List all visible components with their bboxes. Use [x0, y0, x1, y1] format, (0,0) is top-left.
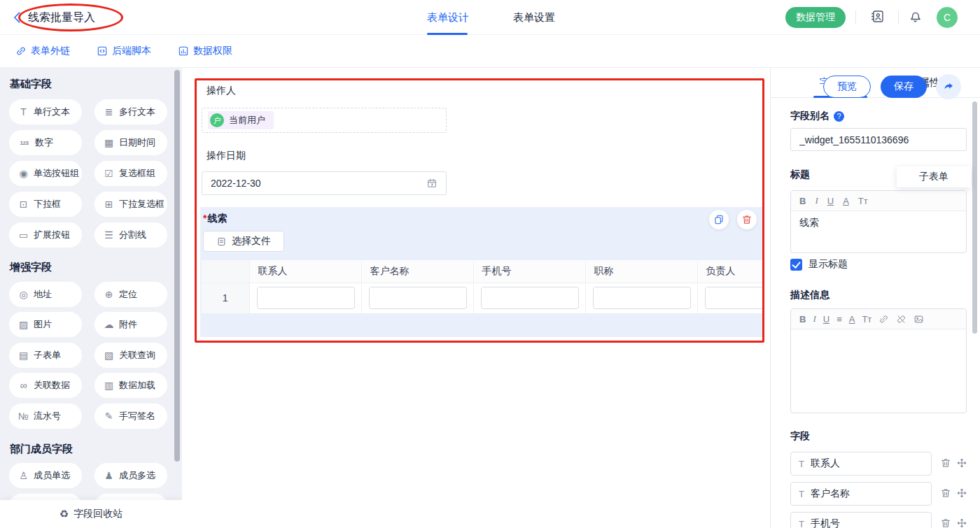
underline-button[interactable]: U — [827, 196, 834, 206]
sidebar-item-label: 多行文本 — [119, 106, 155, 118]
user-avatar[interactable]: C — [937, 7, 958, 28]
external-link-button[interactable]: 表单外链 — [15, 45, 70, 57]
cell-input-owner[interactable] — [705, 287, 764, 309]
sidebar-item-divider[interactable]: ☰分割线 — [94, 222, 167, 248]
underline-button[interactable]: U — [823, 314, 830, 324]
section-member-fields: 部门成员字段 — [10, 443, 73, 456]
external-link-label: 表单外链 — [31, 45, 70, 57]
date-field-input[interactable]: 2022-12-30 — [202, 171, 447, 195]
alias-label: 字段别名 — [790, 110, 830, 122]
sidebar-item-member-multi[interactable]: ♟成员多选 — [94, 463, 167, 488]
cell-input-jobtitle[interactable] — [593, 287, 691, 309]
person-icon: ♙ — [18, 470, 29, 481]
font-color-button[interactable]: A — [843, 196, 849, 206]
sidebar-item-signature[interactable]: ✎手写签名 — [94, 404, 167, 429]
sidebar-item-label: 附件 — [119, 318, 137, 331]
backend-script-button[interactable]: 后端脚本 — [97, 45, 151, 57]
button-icon: ▭ — [18, 229, 29, 241]
text-type-icon: T — [799, 519, 804, 528]
panel-scrollbar[interactable] — [972, 101, 977, 334]
delete-field-icon[interactable] — [940, 518, 951, 528]
title-editor-content[interactable]: 线索 — [791, 211, 966, 252]
share-button[interactable] — [936, 74, 961, 99]
font-color-button[interactable]: A — [849, 314, 855, 324]
sidebar-item-checkbox-group[interactable]: ☑复选框组 — [94, 161, 167, 186]
font-size-button[interactable]: Tт — [858, 196, 868, 206]
subform-widget-selected[interactable]: *线索 选择文件 联系人 客户名称 手机号 职称 负责人 1 — [200, 207, 764, 337]
align-button[interactable]: ≡ — [836, 314, 842, 324]
cell-input-contact[interactable] — [257, 287, 355, 309]
column-header: 职称 — [585, 260, 697, 283]
sidebar-item-address[interactable]: ◎地址 — [9, 282, 82, 307]
addressbook-icon[interactable] — [870, 9, 885, 24]
date-field-label: 操作日期 — [206, 150, 246, 162]
operator-field-input[interactable]: 户 当前用户 — [202, 108, 447, 133]
column-header: 客户名称 — [361, 260, 473, 283]
insert-link-icon[interactable] — [878, 314, 889, 324]
notification-bell-icon[interactable] — [908, 9, 923, 24]
sidebar-item-radio-group[interactable]: ◉单选按钮组 — [9, 161, 82, 186]
sidebar-item-member-single[interactable]: ♙成员单选 — [9, 463, 82, 488]
sidebar-item-extend-button[interactable]: ▭扩展按钮 — [9, 222, 82, 248]
widget-type-badge[interactable]: 子表单 — [897, 166, 971, 187]
sidebar-item-label: 日期时间 — [119, 136, 155, 149]
move-field-icon[interactable] — [956, 518, 967, 528]
calendar-icon[interactable] — [426, 178, 438, 189]
sidebar-item-single-line-text[interactable]: T单行文本 — [9, 99, 82, 124]
preview-button[interactable]: 预览 — [823, 76, 871, 98]
field-item-phone[interactable]: T 手机号 — [790, 512, 932, 528]
delete-field-icon[interactable] — [940, 487, 951, 499]
title-editor: B I U A Tт 线索 — [790, 190, 967, 253]
move-field-icon[interactable] — [956, 487, 967, 499]
move-field-icon[interactable] — [956, 457, 967, 469]
sidebar-scrollbar[interactable] — [174, 70, 180, 462]
form-canvas[interactable]: 操作人 户 当前用户 操作日期 2022-12-30 *线索 选择文件 联系人 … — [182, 68, 770, 528]
recycle-icon: ♻ — [59, 508, 69, 520]
sidebar-item-datetime[interactable]: ▦日期时间 — [94, 130, 167, 155]
choose-file-button[interactable]: 选择文件 — [203, 231, 284, 252]
field-item-contact[interactable]: T 联系人 — [790, 452, 932, 476]
italic-button[interactable]: I — [813, 313, 816, 324]
alias-input[interactable] — [790, 128, 967, 151]
duplicate-widget-button[interactable] — [709, 210, 729, 229]
sidebar-item-multi-line-text[interactable]: ≣多行文本 — [94, 99, 167, 124]
delete-field-icon[interactable] — [940, 457, 951, 469]
sidebar-item-image[interactable]: ▨图片 — [9, 312, 82, 337]
show-title-checkbox[interactable] — [790, 259, 802, 271]
cell-input-phone[interactable] — [481, 287, 579, 309]
sidebar-item-location[interactable]: ⊕定位 — [94, 282, 167, 307]
description-editor-content[interactable] — [791, 329, 966, 413]
sidebar-item-number[interactable]: 123数字 — [9, 130, 82, 155]
sidebar-item-related-query[interactable]: ▧关联查询 — [94, 343, 167, 368]
column-header: 手机号 — [473, 260, 585, 283]
fields-list-label: 字段 — [790, 430, 810, 443]
sidebar-item-related-data[interactable]: ∞关联数据 — [9, 373, 82, 398]
sidebar-item-data-load[interactable]: ▥数据加载 — [94, 373, 167, 398]
remove-link-icon[interactable] — [896, 314, 906, 324]
save-button[interactable]: 保存 — [881, 76, 927, 98]
bold-button[interactable]: B — [799, 196, 806, 206]
cloud-upload-icon: ☁ — [104, 319, 114, 330]
font-size-button[interactable]: Tт — [862, 314, 872, 324]
data-permission-button[interactable]: 数据权限 — [178, 45, 232, 57]
help-icon[interactable]: ? — [834, 111, 844, 122]
sidebar-item-serial-number[interactable]: №流水号 — [9, 404, 82, 429]
index-header — [202, 260, 249, 283]
back-icon[interactable] — [10, 10, 25, 25]
current-user-tag[interactable]: 户 当前用户 — [208, 111, 274, 129]
delete-widget-button[interactable] — [737, 210, 757, 229]
sidebar-item-dropdown-multi[interactable]: ⊞下拉复选框 — [94, 192, 167, 217]
sidebar-item-attachment[interactable]: ☁附件 — [94, 312, 167, 337]
tab-form-design[interactable]: 表单设计 — [426, 0, 470, 35]
sidebar-item-dropdown[interactable]: ⊡下拉框 — [9, 192, 82, 217]
cell-input-customer[interactable] — [369, 287, 467, 309]
italic-button[interactable]: I — [815, 195, 818, 206]
insert-image-icon[interactable] — [913, 314, 924, 324]
tab-form-settings[interactable]: 表单设置 — [512, 0, 556, 35]
bar-chart-icon: ▥ — [104, 380, 114, 391]
sidebar-item-subform[interactable]: ▤子表单 — [9, 343, 82, 368]
bold-button[interactable]: B — [799, 314, 806, 324]
field-recycle-bin-button[interactable]: ♻ 字段回收站 — [0, 500, 182, 528]
field-item-customer[interactable]: T 客户名称 — [790, 482, 932, 506]
data-manage-button[interactable]: 数据管理 — [785, 7, 846, 28]
